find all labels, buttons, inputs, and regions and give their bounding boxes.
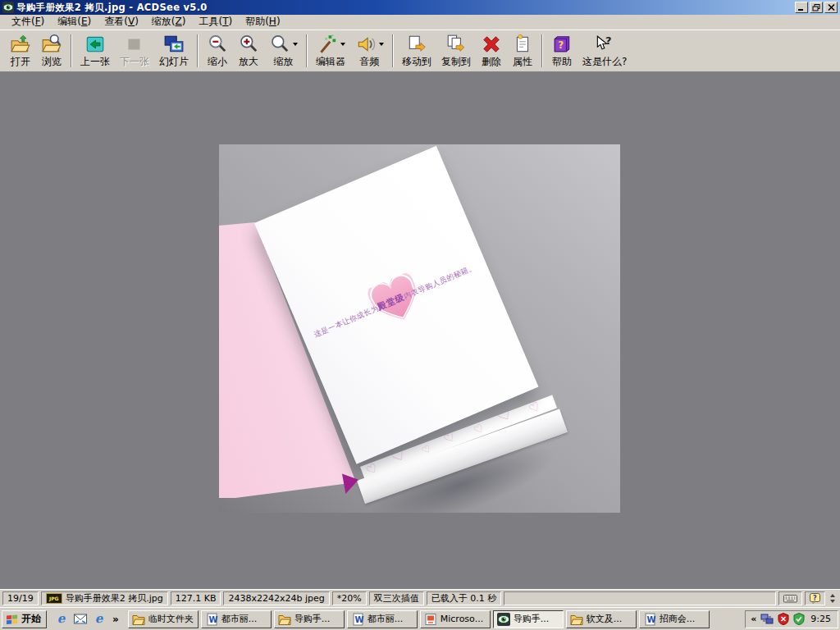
toolbar-separator (392, 34, 394, 67)
taskbar-item-temp-folder[interactable]: 临时文件夹 (128, 610, 199, 628)
status-keyboard-indicator (778, 591, 802, 605)
dropdown-caret-icon (340, 43, 345, 46)
dropdown-caret-icon (379, 43, 384, 46)
taskbar-item-folder-ruanwen[interactable]: 软文及... (566, 610, 637, 628)
main-toolbar: 打开 浏览 上一张 下一张 (0, 30, 840, 72)
statusbar-spinner[interactable] (830, 594, 835, 603)
properties-button[interactable]: 属性 (507, 32, 538, 70)
word-icon: W (205, 613, 218, 626)
whats-this-icon: ? (594, 34, 615, 55)
taskbar-item-word-doc-3[interactable]: W 招商会... (639, 610, 710, 628)
quick-launch-bar: e e » (49, 612, 126, 626)
antivirus-shield-icon[interactable] (793, 613, 805, 625)
toolbar-separator (71, 34, 72, 67)
previous-icon (84, 34, 106, 55)
audio-button[interactable]: 音频 (350, 32, 389, 70)
help-bubble-icon: ? (810, 593, 820, 604)
status-bar: 19/19 JPG 导购手册效果2 拷贝.jpg 127.1 KB 2438x2… (0, 589, 840, 607)
toolbar-separator (541, 34, 543, 67)
menu-help[interactable]: 帮助(H) (239, 14, 286, 30)
status-interpolation: 双三次插值 (369, 591, 424, 605)
open-button[interactable]: 打开 (5, 32, 36, 70)
svg-text:?: ? (813, 595, 817, 602)
minimize-button[interactable] (795, 2, 808, 13)
taskbar-item-acdsee-active[interactable]: 导购手... (493, 610, 564, 628)
menu-zoom[interactable]: 缩放(Z) (145, 14, 193, 30)
whats-this-button[interactable]: ? 这是什么? (578, 32, 632, 70)
toolbar-separator (197, 34, 199, 67)
menu-edit[interactable]: 编辑(E) (51, 14, 98, 30)
editor-wand-icon (317, 34, 338, 55)
tray-collapse-chevron[interactable]: « (751, 614, 756, 624)
acdsee-icon (497, 613, 510, 626)
browse-button[interactable]: 浏览 (36, 32, 67, 70)
acdsee-app-icon (2, 2, 14, 13)
dropdown-caret-icon (293, 43, 298, 46)
security-alert-icon[interactable] (778, 613, 789, 625)
svg-text:?: ? (558, 39, 564, 50)
slideshow-icon (163, 34, 185, 55)
toolbar-separator (306, 34, 308, 67)
delete-x-icon (481, 34, 502, 55)
open-folder-icon (10, 34, 31, 55)
menu-bar: 文件(F) 编辑(E) 查看(V) 缩放(Z) 工具(T) 帮助(H) (0, 15, 840, 30)
status-image-index: 19/19 (2, 591, 39, 605)
help-button[interactable]: ? 帮助 (546, 32, 578, 70)
status-help-indicator[interactable]: ? (805, 591, 825, 605)
zoom-out-button[interactable]: 缩小 (202, 32, 233, 70)
window-title: 导购手册效果2 拷贝.jpg - ACDSee v5.0 (16, 2, 795, 14)
taskbar-item-folder-daogou[interactable]: 导购手... (274, 610, 345, 628)
move-to-button[interactable]: 移动到 (397, 32, 436, 70)
editor-button[interactable]: 编辑器 (311, 32, 350, 70)
next-image-button: 下一张 (115, 32, 154, 70)
slideshow-button[interactable]: 幻灯片 (154, 32, 194, 70)
jpg-file-icon: JPG (46, 593, 62, 604)
taskbar-item-word-doc-1[interactable]: W 都市丽... (201, 610, 272, 628)
zoom-menu-button[interactable]: 缩放 (264, 32, 303, 70)
os-taskbar: 开始 e e » 临时文件夹 W 都市丽... 导购手... (0, 607, 840, 630)
svg-text:W: W (208, 615, 217, 624)
menu-view[interactable]: 查看(V) (98, 14, 145, 30)
start-button[interactable]: 开始 (2, 610, 47, 628)
menu-tools[interactable]: 工具(T) (192, 14, 239, 30)
copy-to-button[interactable]: 复制到 (436, 32, 476, 70)
zoom-in-button[interactable]: 放大 (233, 32, 264, 70)
properties-icon (512, 34, 533, 55)
word-icon: W (351, 613, 364, 626)
network-icon[interactable] (760, 614, 774, 625)
outlook-express-icon[interactable] (73, 612, 87, 626)
taskbar-item-word-doc-2[interactable]: W 都市丽... (347, 610, 418, 628)
close-button[interactable] (824, 2, 838, 13)
move-to-icon (406, 34, 427, 55)
status-filename: JPG 导购手册效果2 拷贝.jpg (41, 591, 168, 605)
zoom-in-icon (238, 34, 259, 55)
close-icon (828, 4, 835, 11)
menu-file[interactable]: 文件(F) (5, 14, 51, 30)
word-icon: W (643, 613, 656, 626)
start-label: 开始 (21, 612, 41, 626)
status-dimensions: 2438x2242x24b jpeg (223, 591, 329, 605)
powerpoint-icon (424, 613, 437, 626)
delete-button[interactable]: 删除 (476, 32, 507, 70)
internet-explorer-icon[interactable]: e (54, 612, 68, 626)
restore-icon (812, 4, 820, 11)
svg-text:W: W (354, 615, 363, 624)
folder-icon (570, 613, 583, 626)
status-message-area (504, 591, 776, 605)
page-caption: 这是一本让你成长为殿堂级内衣导购人员的秘籍。 (306, 258, 483, 342)
svg-text:?: ? (605, 34, 612, 47)
restore-button[interactable] (810, 2, 823, 13)
internet-explorer-channel-icon[interactable]: e (92, 612, 106, 626)
previous-image-button[interactable]: 上一张 (75, 32, 115, 70)
zoom-icon (269, 34, 290, 55)
zoom-out-icon (207, 34, 228, 55)
image-viewer-canvas[interactable]: ♡ ♡ ♡ ♡ ♡ ♡ ♡ (0, 72, 840, 589)
tray-clock[interactable]: 9:25 (810, 614, 831, 624)
browse-icon (41, 34, 62, 55)
taskbar-item-powerpoint[interactable]: Microso... (420, 610, 491, 628)
title-bar: 导购手册效果2 拷贝.jpg - ACDSee v5.0 (0, 0, 840, 15)
svg-text:W: W (646, 615, 655, 624)
status-load-time: 已载入于 0.1 秒 (427, 591, 502, 605)
audio-speaker-icon (355, 34, 377, 55)
quick-launch-overflow-chevron[interactable]: » (111, 614, 121, 625)
